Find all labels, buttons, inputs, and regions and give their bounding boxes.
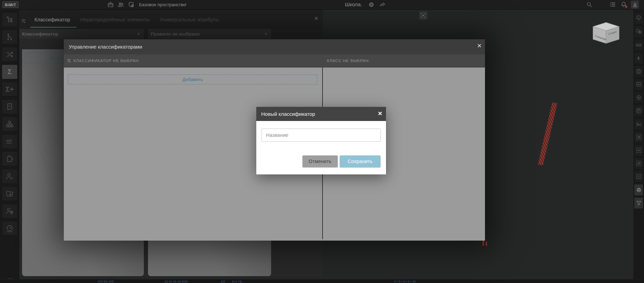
add-classifier-button[interactable]: Добавить bbox=[68, 74, 317, 84]
class-column-header: КЛАСС НЕ ВЫБРАН bbox=[327, 59, 369, 63]
dialog-title-bar: Новый классификатор × bbox=[256, 107, 386, 121]
classifier-column-header: КЛАССИФИКАТОР НЕ ВЫБРАН bbox=[73, 59, 139, 63]
classifier-menu-icon[interactable] bbox=[67, 58, 72, 64]
save-button[interactable]: Сохранить bbox=[340, 155, 380, 167]
new-classifier-modal: Новый классификатор × Отменить Сохранить bbox=[256, 107, 386, 174]
modal-subheader: КЛАССИФИКАТОР НЕ ВЫБРАН КЛАСС НЕ ВЫБРАН bbox=[64, 54, 485, 68]
close-icon[interactable]: × bbox=[477, 42, 482, 50]
dialog-title: Новый классификатор bbox=[256, 111, 315, 117]
bimit-app: BiMiT Базовое пространство Школа. ? ΣΣ+2… bbox=[0, 0, 644, 283]
classifier-name-input[interactable] bbox=[261, 129, 381, 142]
close-icon[interactable]: × bbox=[378, 110, 382, 117]
modal-title: Управление классификаторами bbox=[64, 44, 142, 50]
model-marker bbox=[486, 242, 487, 246]
navigation-cube[interactable]: Спереди Слева bbox=[590, 21, 622, 46]
model-marker bbox=[483, 240, 484, 246]
cancel-button[interactable]: Отменить bbox=[303, 155, 338, 167]
modal-title-bar: Управление классификаторами × bbox=[64, 39, 485, 54]
